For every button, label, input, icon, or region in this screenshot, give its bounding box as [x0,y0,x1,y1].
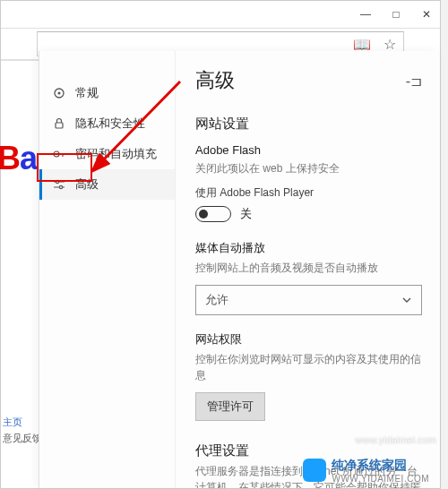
baidu-logo-fragment: Ba [0,140,37,177]
maximize-button[interactable]: □ [390,8,402,21]
site-permissions-title: 网站权限 [195,331,422,347]
brand-url: WWW.YIDAIMEI.COM [332,474,429,484]
sliders-icon [52,177,66,192]
svg-point-5 [59,185,62,188]
media-autoplay-desc: 控制网站上的音频及视频是否自动播放 [195,260,422,276]
media-autoplay-title: 媒体自动播放 [195,240,422,256]
svg-rect-2 [56,123,63,128]
adobe-flash-title: Adobe Flash [195,143,422,157]
minimize-button[interactable]: — [359,8,372,21]
adobe-flash-desc: 关闭此项以在 web 上保持安全 [195,160,422,176]
svg-point-4 [56,180,58,183]
gear-icon [52,86,66,100]
key-icon [52,147,66,161]
page-title: 高级 -⁠⊐ [195,67,422,94]
link-feedback[interactable]: 意见反馈 [3,432,42,445]
flash-toggle-row: 关 [195,206,422,222]
nav-item-advanced[interactable]: 高级 [39,169,175,200]
favorite-star-icon[interactable]: ☆ [383,36,396,53]
flash-toggle[interactable] [195,206,231,222]
footer-brand: 纯净系统家园 WWW.YIDAIMEI.COM [297,454,435,486]
lock-icon [52,116,66,131]
browser-window: — □ ✕ 📖 ☆ ☆ ✎ ↪ ⋯ Ba 主页 意见反馈 常规 [0,0,441,489]
toggle-state-label: 关 [240,206,252,222]
close-button[interactable]: ✕ [420,8,433,21]
site-permissions-desc: 控制在你浏览时网站可显示的内容及其使用的信息 [195,351,422,383]
brand-logo-icon [303,459,326,482]
link-homepage[interactable]: 主页 [3,416,22,429]
section-site-settings: 网站设置 [195,116,422,133]
pin-icon[interactable]: -⁠⊐ [406,73,422,90]
settings-side-nav: 常规 隐私和安全性 密码和自动填充 高级 [39,51,176,488]
settings-content: 高级 -⁠⊐ 网站设置 Adobe Flash 关闭此项以在 web 上保持安全… [176,51,440,488]
nav-label: 高级 [75,176,99,193]
nav-label: 密码和自动填充 [75,146,157,162]
nav-label: 常规 [75,85,99,101]
nav-item-passwords[interactable]: 密码和自动填充 [39,139,175,169]
select-value: 允许 [205,292,228,308]
reading-view-icon[interactable]: 📖 [353,36,371,53]
watermark: www.yidaimei.com [356,434,436,445]
brand-name: 纯净系统家园 [332,458,429,474]
media-autoplay-select[interactable]: 允许 [195,285,422,315]
use-flash-label: 使用 Adobe Flash Player [195,185,422,201]
svg-point-3 [54,151,59,157]
settings-panel: 常规 隐私和安全性 密码和自动填充 高级 [39,51,440,488]
nav-item-general[interactable]: 常规 [39,78,175,108]
window-titlebar: — □ ✕ [1,1,440,28]
nav-item-privacy[interactable]: 隐私和安全性 [39,108,175,139]
nav-label: 隐私和安全性 [75,116,145,132]
manage-permissions-button[interactable]: 管理许可 [195,392,265,421]
svg-point-1 [58,92,61,95]
chevron-down-icon [401,295,412,305]
